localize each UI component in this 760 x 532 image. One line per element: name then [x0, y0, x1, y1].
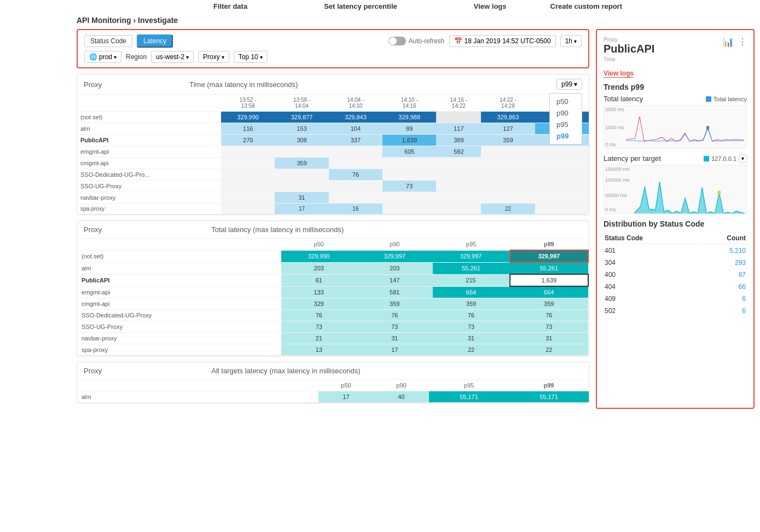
chart-icon: 📊	[723, 37, 734, 47]
view-logs-annotation: View logs	[474, 2, 507, 10]
latency-button[interactable]: Latency	[137, 34, 173, 48]
p99-option[interactable]: p99	[550, 130, 582, 142]
count-404: 66	[699, 281, 746, 292]
latency-per-target-chart: 150000 ms 100000 ms 50000 ms 0 ms	[604, 165, 747, 214]
table-row: navbar-proxy 21 31 31 31	[77, 333, 588, 344]
status-code-409: 409	[605, 293, 698, 304]
status-code-304: 304	[605, 257, 698, 268]
table-row: alm 17 40 55,171 55,171	[77, 391, 589, 403]
total-latency-proxy-col: Proxy	[84, 225, 102, 234]
count-409: 6	[699, 293, 746, 304]
percentile-dropdown[interactable]: p99 ▾	[556, 79, 582, 90]
region-button[interactable]: us-west-2	[151, 51, 194, 63]
latency-legend-box	[704, 156, 709, 161]
toolbar: Status Code Latency Auto-refresh 📅 18 Ja…	[77, 29, 589, 68]
svg-point-1	[706, 127, 709, 130]
chart1-bot-label: 0 ms	[605, 142, 616, 147]
chart1-mid-label: 1000 ms	[605, 125, 624, 130]
proxy-label: Proxy	[604, 37, 654, 43]
trends-title: Trends p99	[604, 83, 747, 91]
table-row: emgmt-api 605 592	[77, 146, 589, 158]
table-row: SSO-UG-Proxy 73	[77, 181, 589, 192]
latency-per-target-label: Latency per target	[604, 154, 661, 163]
chart2-mid-label: 50000 ms	[605, 193, 627, 198]
dist-row: 401 5,210	[605, 245, 746, 256]
count-400: 87	[699, 269, 746, 280]
table-row: alm 116 153 104 89 117 127 55,261	[77, 123, 589, 135]
table-row: spa-proxy 17 16 22	[77, 204, 589, 215]
table-row: cmgmt-api 359	[77, 158, 589, 169]
all-targets-subtitle: All targets latency (max latency in mill…	[211, 367, 360, 375]
status-code-button[interactable]: Status Code	[84, 35, 132, 47]
proxy-name: PublicAPI	[604, 43, 654, 55]
percentile-dropdown-menu: p50 p90 p95 p99	[549, 93, 582, 144]
total-latency-legend: Total latency	[706, 96, 747, 102]
heatmap-table: 13:52 -13:58 13:58 -14:04 14:04 -14:10 1…	[77, 95, 589, 215]
all-targets-table: p50 p90 p95 p99 alm 17 40 55,171 55,171	[77, 380, 589, 403]
dist-col-code: Status Code	[605, 233, 698, 244]
breadcrumb-parent: API Monitoring	[77, 16, 131, 25]
table-row: (not set) 329,990 329,877 329,843 329,98…	[77, 112, 589, 123]
more-options-button[interactable]: ⋮	[738, 37, 747, 47]
view-logs-link[interactable]: View logs	[604, 70, 634, 78]
date-value: 18 Jan 2019 14:52 UTC-0500	[465, 37, 551, 45]
auto-refresh-toggle[interactable]: Auto-refresh	[388, 37, 445, 45]
dist-row: 304 293	[605, 257, 746, 268]
top-n-button[interactable]: Top 10	[234, 51, 268, 63]
table-row: navbar-proxy 31	[77, 192, 589, 204]
create-report-annotation: Create custom report	[550, 2, 622, 10]
count-401: 5,210	[699, 245, 746, 256]
table-row: SSO-Dedicated-UG-Pro... 76	[77, 169, 589, 181]
table-row: PublicAPI 270 308 337 1,639 389 359 398	[77, 135, 589, 146]
env-button[interactable]: 🌐 prod	[84, 51, 121, 63]
auto-refresh-label: Auto-refresh	[409, 37, 445, 45]
heatmap-section: Proxy Time (max latency in milliseconds)…	[77, 74, 589, 215]
breadcrumb-current: Investigate	[138, 16, 178, 25]
svg-point-2	[717, 190, 721, 195]
metric-details-button[interactable]: 📊	[723, 37, 734, 47]
dist-row: 404 66	[605, 281, 746, 292]
proxy-button[interactable]: Proxy	[198, 51, 229, 63]
p50-option[interactable]: p50	[550, 96, 582, 107]
total-latency-metric-row: Total latency Total latency	[604, 95, 747, 103]
dist-title: Distribution by Status Code	[604, 219, 747, 228]
count-304: 293	[699, 257, 746, 268]
date-picker-button[interactable]: 📅 18 Jan 2019 14:52 UTC-0500	[449, 35, 556, 47]
right-panel: Proxy PublicAPI Time 📊 ⋮ View logs Trend…	[596, 29, 755, 409]
table-row: spa-proxy 13 17 22 22	[77, 344, 588, 356]
p99-label: p99	[561, 80, 572, 88]
table-row: PublicAPI 61 147 215 1,639	[77, 274, 588, 286]
count-502: 6	[699, 305, 746, 316]
dist-col-count: Count	[699, 233, 746, 244]
latency-per-target-legend: 127.0.0.1 ▾	[704, 154, 747, 163]
latency-target-dropdown[interactable]: ▾	[739, 154, 747, 163]
total-latency-table: p50 p90 p95 p99 (not set) 329,990 329,99…	[77, 239, 589, 356]
total-latency-label: Total latency	[604, 95, 643, 103]
dist-row: 502 6	[605, 305, 746, 316]
p90-option[interactable]: p90	[550, 107, 582, 119]
heatmap-subtitle: Time (max latency in milliseconds)	[189, 80, 298, 89]
set-latency-annotation: Set latency percentile	[324, 2, 397, 10]
status-code-401: 401	[605, 245, 698, 256]
total-latency-subtitle: Total latency (max latency in millisecon…	[211, 225, 344, 234]
p95-option[interactable]: p95	[550, 119, 582, 130]
status-code-502: 502	[605, 305, 698, 316]
globe-icon: 🌐	[89, 53, 97, 61]
chart1-top-label: 2000 ms	[605, 107, 624, 112]
dist-row: 409 6	[605, 293, 746, 304]
table-row: emgmt-api 133 581 664 664	[77, 286, 588, 298]
calendar-icon: 📅	[454, 37, 462, 45]
heatmap-proxy-col: Proxy	[84, 80, 102, 89]
all-targets-proxy-col: Proxy	[84, 367, 102, 375]
toggle-switch[interactable]	[388, 37, 406, 45]
total-latency-legend-label: Total latency	[713, 96, 747, 102]
breadcrumb: API Monitoring › Investigate	[0, 11, 760, 29]
table-row: cmgmt-api 329 359 359 359	[77, 298, 588, 310]
latency-per-target-metric-row: Latency per target 127.0.0.1 ▾	[604, 154, 747, 163]
total-latency-chart: 2000 ms 1000 ms 0 ms	[604, 105, 747, 149]
ellipsis-icon: ⋮	[738, 37, 747, 47]
chart2-top-label: 150000 ms	[605, 166, 630, 172]
dist-row: 400 87	[605, 269, 746, 280]
table-row: alm 203 203 55,261 55,261	[77, 262, 588, 274]
time-range-button[interactable]: 1h	[560, 35, 582, 47]
